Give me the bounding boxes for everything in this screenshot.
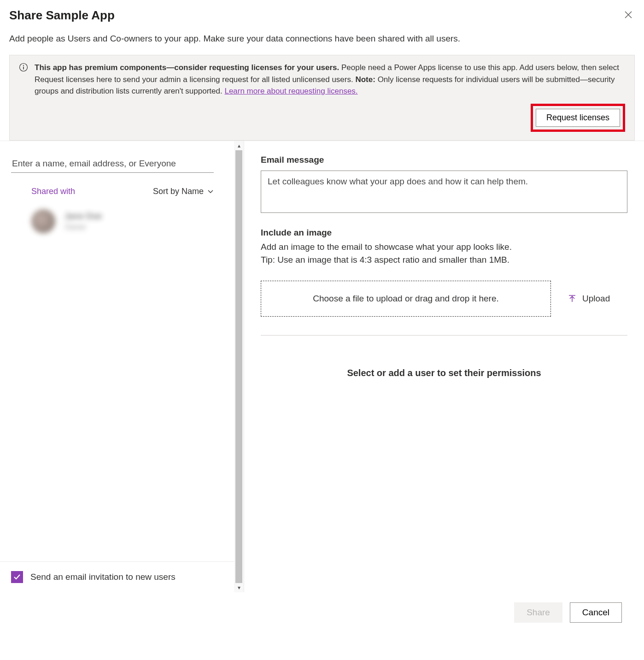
close-button[interactable] (622, 8, 635, 24)
premium-banner: This app has premium components—consider… (9, 55, 635, 141)
dropzone-text: Choose a file to upload or drag and drop… (313, 294, 499, 304)
banner-bold-2: Note: (355, 75, 375, 84)
request-licenses-highlight: Request licenses (531, 104, 625, 132)
include-image-help-2: Tip: Use an image that is 4:3 aspect rat… (261, 253, 627, 267)
svg-rect-2 (23, 67, 24, 70)
sort-by-dropdown[interactable]: Sort by Name (153, 187, 214, 196)
scroll-thumb[interactable] (235, 150, 242, 583)
email-message-input[interactable] (261, 171, 627, 213)
file-dropzone[interactable]: Choose a file to upload or drag and drop… (261, 281, 551, 317)
details-panel: Email message Include an image Add an im… (244, 141, 644, 592)
banner-body: This app has premium components—consider… (35, 62, 625, 132)
include-image-label: Include an image (261, 228, 627, 238)
avatar (31, 209, 55, 233)
scroll-down-arrow[interactable]: ▾ (234, 583, 244, 592)
sort-label: Sort by Name (153, 187, 204, 196)
close-icon (624, 10, 633, 19)
share-button: Share (514, 602, 562, 623)
shared-with-label: Shared with (11, 187, 75, 196)
banner-bold-1: This app has premium components—consider… (35, 63, 339, 72)
learn-more-link[interactable]: Learn more about requesting licenses. (224, 87, 357, 95)
email-message-label: Email message (261, 155, 627, 165)
dialog-subtitle: Add people as Users and Co-owners to you… (9, 34, 635, 44)
upload-label: Upload (582, 294, 610, 304)
request-licenses-button[interactable]: Request licenses (536, 109, 620, 127)
upload-icon (568, 294, 577, 303)
info-icon (19, 63, 28, 132)
user-type: Owner (64, 223, 102, 231)
user-name: Jane Doe (64, 211, 102, 221)
dialog-title: Share Sample App (9, 8, 115, 23)
scrollbar[interactable]: ▴ ▾ (234, 141, 244, 592)
send-email-label: Send an email invitation to new users (30, 572, 176, 582)
divider (261, 335, 627, 336)
shared-user-row[interactable]: Jane Doe Owner (11, 209, 233, 233)
scroll-up-arrow[interactable]: ▴ (234, 141, 244, 150)
users-panel: Shared with Sort by Name Jane Doe Owner (0, 141, 244, 592)
include-image-help-1: Add an image to the email to showcase wh… (261, 241, 627, 254)
send-email-checkbox[interactable] (11, 571, 23, 583)
cancel-button[interactable]: Cancel (570, 602, 622, 623)
svg-point-1 (23, 65, 24, 66)
checkmark-icon (13, 573, 21, 581)
user-search-input[interactable] (11, 155, 214, 173)
permissions-prompt: Select or add a user to set their permis… (261, 368, 627, 378)
upload-button[interactable]: Upload (568, 294, 610, 304)
chevron-down-icon (207, 188, 214, 194)
